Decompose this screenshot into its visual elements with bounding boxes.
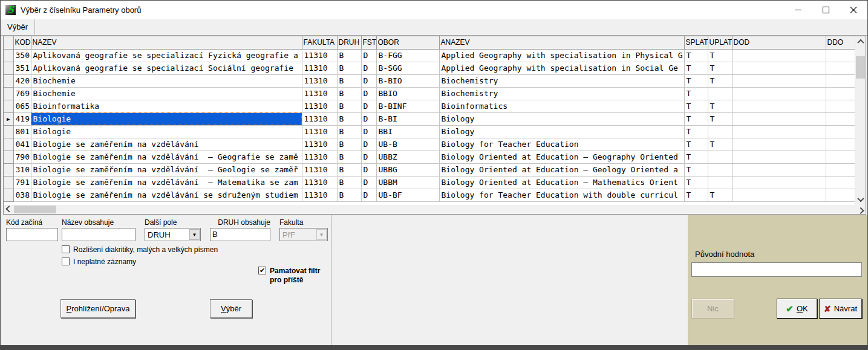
cell-anazev[interactable]: Biochemistry	[439, 87, 684, 100]
cell-ddo[interactable]	[826, 112, 855, 125]
table-row[interactable]: 350Aplikovaná geografie se specializací …	[4, 49, 855, 62]
cell-kod[interactable]: 350	[13, 49, 31, 62]
cell-uplati[interactable]	[708, 151, 732, 163]
record-selector-cell[interactable]	[4, 62, 13, 74]
cell-ddo[interactable]	[826, 125, 855, 138]
scroll-down-button[interactable]	[855, 194, 866, 205]
navrat-button[interactable]: ✘ Návrat	[819, 299, 862, 319]
record-selector-cell[interactable]	[4, 49, 13, 62]
record-selector-cell[interactable]	[4, 100, 13, 112]
cell-anazev[interactable]: Biology	[439, 125, 684, 138]
cell-dod[interactable]	[732, 189, 826, 201]
cell-druh[interactable]: B	[337, 189, 361, 201]
cell-obor[interactable]: UBBG	[376, 163, 439, 176]
maximize-button[interactable]	[812, 1, 840, 19]
cell-obor[interactable]: BBIO	[376, 87, 439, 100]
cell-dod[interactable]	[732, 74, 826, 87]
nazev-input[interactable]	[62, 228, 135, 241]
cell-anazev[interactable]: Biology	[439, 112, 684, 125]
cell-obor[interactable]: UBBZ	[376, 151, 439, 163]
record-selector-cell[interactable]	[4, 125, 13, 138]
cell-kod[interactable]: 801	[13, 125, 31, 138]
cell-dod[interactable]	[732, 49, 826, 62]
cell-druh[interactable]: B	[337, 151, 361, 163]
cell-druh[interactable]: B	[337, 163, 361, 176]
cell-fst[interactable]: D	[361, 151, 376, 163]
cell-anazev[interactable]: Biology for Teacher Education with doubl…	[439, 189, 684, 201]
record-selector-cell[interactable]	[4, 87, 13, 100]
druh-obsahuje-input[interactable]: B	[210, 228, 270, 241]
cell-splati[interactable]: T	[684, 138, 708, 151]
cell-uplati[interactable]: T	[708, 62, 732, 74]
scroll-right-button[interactable]	[855, 205, 866, 214]
cell-fst[interactable]: D	[361, 138, 376, 151]
cell-fakulta[interactable]: 11310	[302, 138, 337, 151]
cell-fst[interactable]: D	[361, 112, 376, 125]
cell-ddo[interactable]	[826, 49, 855, 62]
table-row[interactable]: 065Bioinformatika11310BDB-BINFBioinforma…	[4, 100, 855, 112]
cell-druh[interactable]: B	[337, 49, 361, 62]
cell-fakulta[interactable]: 11310	[302, 74, 337, 87]
cell-uplati[interactable]: T	[708, 74, 732, 87]
diakritika-checkbox[interactable]: ✔ Rozlišení diakritiky, malých a velkých…	[62, 245, 218, 254]
record-selector-cell[interactable]	[4, 189, 13, 201]
record-selector-cell[interactable]	[4, 74, 13, 87]
table-row[interactable]: 310Biologie se zaměřením na vzdělávání —…	[4, 163, 855, 176]
dropdown-arrow-icon[interactable]: ▼	[189, 229, 200, 240]
cell-druh[interactable]: B	[337, 62, 361, 74]
cell-kod[interactable]: 038	[13, 189, 31, 201]
cell-ddo[interactable]	[826, 163, 855, 176]
cell-anazev[interactable]: Biology Oriented at Education — Geology …	[439, 163, 684, 176]
cell-anazev[interactable]: Biochemistry	[439, 74, 684, 87]
cell-fakulta[interactable]: 11310	[302, 176, 337, 189]
cell-nazev[interactable]: Biologie	[31, 125, 302, 138]
table-row[interactable]: 041Biologie se zaměřením na vzdělávání11…	[4, 138, 855, 151]
cell-dod[interactable]	[732, 151, 826, 163]
cell-splati[interactable]: T	[684, 125, 708, 138]
record-selector-cell[interactable]: ▶	[4, 112, 13, 125]
kod-input[interactable]	[6, 228, 58, 241]
minimize-button[interactable]	[784, 1, 812, 19]
cell-druh[interactable]: B	[337, 100, 361, 112]
table-row[interactable]: 790Biologie se zaměřením na vzdělávání —…	[4, 151, 855, 163]
cell-fakulta[interactable]: 11310	[302, 112, 337, 125]
cell-fakulta[interactable]: 11310	[302, 49, 337, 62]
close-button[interactable]	[840, 1, 867, 19]
cell-obor[interactable]: UB-BF	[376, 189, 439, 201]
cell-ddo[interactable]	[826, 138, 855, 151]
cell-dod[interactable]	[732, 100, 826, 112]
cell-splati[interactable]: T	[684, 163, 708, 176]
pamatovat-filtr-checkbox[interactable]: ✔ Pamatovat filtr pro příště	[258, 267, 330, 285]
cell-obor[interactable]: B-FGG	[376, 49, 439, 62]
cell-kod[interactable]: 065	[13, 100, 31, 112]
record-selector-cell[interactable]	[4, 163, 13, 176]
cell-splati[interactable]: T	[684, 151, 708, 163]
horizontal-scrollbar[interactable]	[4, 205, 866, 214]
scroll-up-button[interactable]	[855, 36, 866, 47]
cell-fst[interactable]: D	[361, 189, 376, 201]
cell-druh[interactable]: B	[337, 176, 361, 189]
cell-dod[interactable]	[732, 138, 826, 151]
cell-uplati[interactable]: T	[708, 49, 732, 62]
cell-ddo[interactable]	[826, 176, 855, 189]
cell-ddo[interactable]	[826, 74, 855, 87]
cell-splati[interactable]: T	[684, 112, 708, 125]
record-selector-cell[interactable]	[4, 151, 13, 163]
cell-fst[interactable]: D	[361, 176, 376, 189]
cell-kod[interactable]: 041	[13, 138, 31, 151]
cell-nazev[interactable]: Biologie se zaměřením na vzdělávání se s…	[31, 189, 302, 201]
cell-splati[interactable]: T	[684, 100, 708, 112]
cell-splati[interactable]: T	[684, 49, 708, 62]
cell-kod[interactable]: 419	[13, 112, 31, 125]
cell-obor[interactable]: B-BINF	[376, 100, 439, 112]
cell-obor[interactable]: UB-B	[376, 138, 439, 151]
cell-dod[interactable]	[732, 125, 826, 138]
cell-fst[interactable]: D	[361, 100, 376, 112]
cell-druh[interactable]: B	[337, 112, 361, 125]
vertical-scrollbar-thumb[interactable]	[856, 56, 865, 79]
cell-ddo[interactable]	[826, 62, 855, 74]
cell-fakulta[interactable]: 11310	[302, 189, 337, 201]
cell-obor[interactable]: B-SGG	[376, 62, 439, 74]
cell-nazev[interactable]: Biochemie	[31, 74, 302, 87]
cell-nazev[interactable]: Biologie se zaměřením na vzdělávání — Ge…	[31, 163, 302, 176]
